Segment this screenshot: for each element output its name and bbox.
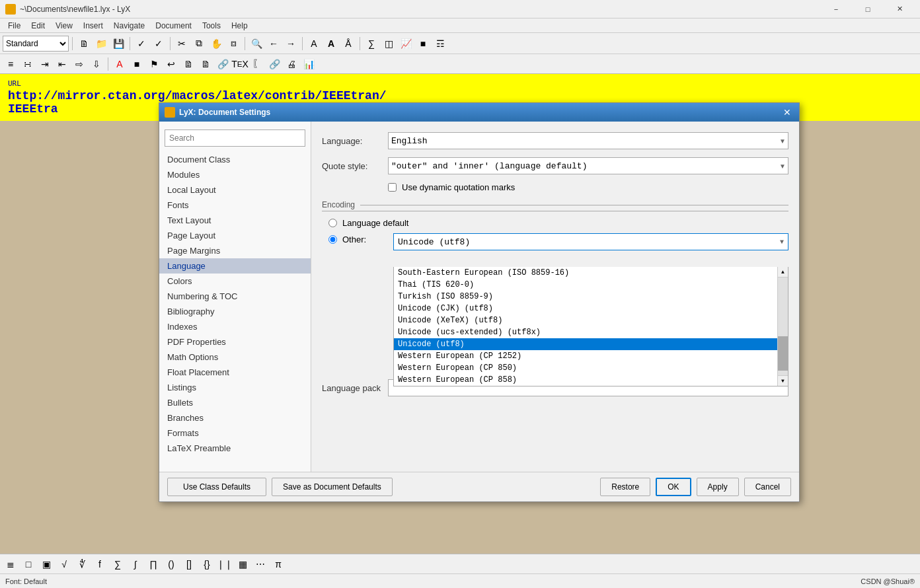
sidebar-item-listings[interactable]: Listings — [159, 380, 311, 395]
bt-dots-button[interactable]: ⋯ — [252, 556, 268, 572]
save-as-defaults-button[interactable]: Save as Document Defaults — [272, 478, 393, 496]
encoding-dropdown-header[interactable]: Unicode (utf8) ▼ — [393, 233, 788, 250]
ref-button[interactable]: ↩ — [163, 56, 179, 72]
menu-edit[interactable]: Edit — [26, 20, 50, 32]
menu-tools[interactable]: Tools — [197, 20, 226, 32]
cut-button[interactable]: ✂ — [174, 36, 190, 52]
bt-vbar-button[interactable]: ❘❘ — [217, 556, 233, 572]
restore-button[interactable]: Restore — [600, 478, 650, 496]
scrollbar-thumb[interactable] — [778, 336, 788, 371]
table-button[interactable]: ◫ — [381, 36, 397, 52]
sidebar-item-pdf-properties[interactable]: PDF Properties — [159, 334, 311, 349]
note-button[interactable]: 🗎 — [180, 56, 196, 72]
sidebar-item-bibliography[interactable]: Bibliography — [159, 304, 311, 319]
sidebar-item-colors[interactable]: Colors — [159, 274, 311, 289]
radio-other[interactable] — [328, 235, 337, 244]
bt-brace-button[interactable]: {} — [199, 556, 215, 572]
list-item-button[interactable]: ⇨ — [71, 56, 87, 72]
sidebar-item-fonts[interactable]: Fonts — [159, 198, 311, 213]
chart-button[interactable]: 📊 — [301, 56, 317, 72]
minimize-button[interactable]: − — [821, 0, 851, 18]
spell-check2-button[interactable]: ✓ — [151, 36, 167, 52]
sidebar-item-language[interactable]: Language — [159, 258, 311, 274]
label-button[interactable]: ⚑ — [146, 56, 162, 72]
graph-button[interactable]: 📈 — [398, 36, 414, 52]
encoding-option-7[interactable]: Western European (CP 1252) — [394, 350, 777, 362]
sidebar-item-numbering-toc[interactable]: Numbering & TOC — [159, 289, 311, 304]
bt-prod-button[interactable]: ∏ — [145, 556, 161, 572]
encoding-option-6[interactable]: Unicode (utf8) — [394, 338, 777, 350]
bt-box-button[interactable]: □ — [20, 556, 36, 572]
encoding-option-2[interactable]: Turkish (ISO 8859-9) — [394, 291, 777, 303]
language-select[interactable]: English — [388, 132, 788, 149]
link-button[interactable]: 🔗 — [215, 56, 231, 72]
encoding-option-3[interactable]: Unicode (CJK) (utf8) — [394, 303, 777, 314]
copy-button[interactable]: ⧉ — [191, 36, 207, 52]
menu-navigate[interactable]: Navigate — [108, 20, 150, 32]
ordered-list-button[interactable]: ∺ — [20, 56, 36, 72]
menu-insert[interactable]: Insert — [78, 20, 108, 32]
find-button[interactable]: 🔍 — [249, 36, 264, 52]
style-dropdown[interactable]: Standard — [3, 36, 69, 52]
quote-style-select[interactable]: "outer" and 'inner' (language default) — [388, 157, 788, 174]
sidebar-item-branches[interactable]: Branches — [159, 410, 311, 425]
scrollbar-down-button[interactable]: ▼ — [778, 375, 788, 386]
encoding-option-5[interactable]: Unicode (ucs-extended) (utf8x) — [394, 326, 777, 338]
sidebar-item-bullets[interactable]: Bullets — [159, 395, 311, 410]
tex-button[interactable]: TEX — [232, 56, 248, 72]
new-file-button[interactable]: 🗎 — [76, 36, 92, 52]
sidebar-item-page-margins[interactable]: Page Margins — [159, 243, 311, 258]
close-button[interactable]: ✕ — [884, 0, 915, 18]
footnote-button[interactable]: 🗎 — [198, 56, 213, 72]
list-move-button[interactable]: ⇩ — [89, 56, 104, 72]
bt-frac-button[interactable]: f — [92, 556, 108, 572]
sidebar-item-math-options[interactable]: Math Options — [159, 349, 311, 365]
extra-button[interactable]: ☶ — [432, 36, 448, 52]
encoding-option-9[interactable]: Western European (CP 858) — [394, 374, 777, 386]
menu-document[interactable]: Document — [150, 20, 197, 32]
spell-check-button[interactable]: ✓ — [134, 36, 149, 52]
sidebar-item-formats[interactable]: Formats — [159, 425, 311, 441]
paste-button[interactable]: ✋ — [208, 36, 224, 52]
sidebar-item-text-layout[interactable]: Text Layout — [159, 213, 311, 228]
font-size-button[interactable]: A — [306, 36, 322, 52]
sidebar-item-modules[interactable]: Modules — [159, 167, 311, 182]
bt-box2-button[interactable]: ▣ — [38, 556, 54, 572]
encoding-option-8[interactable]: Western European (CP 850) — [394, 362, 777, 374]
use-class-defaults-button[interactable]: Use Class Defaults — [167, 478, 266, 496]
encoding-option-1[interactable]: Thai (TIS 620-0) — [394, 279, 777, 291]
menu-help[interactable]: Help — [226, 20, 253, 32]
bt-sqrt-button[interactable]: √ — [56, 556, 72, 572]
redo-button[interactable]: → — [283, 36, 299, 52]
bt-sum-button[interactable]: ∑ — [110, 556, 126, 572]
print-button[interactable]: 🖨 — [284, 56, 299, 72]
bt-align-button[interactable]: ≣ — [3, 556, 19, 572]
math-button[interactable]: ∑ — [364, 36, 379, 52]
paste-special-button[interactable]: ⧈ — [225, 36, 241, 52]
apply-button[interactable]: Apply — [697, 478, 739, 496]
bullet-list-button[interactable]: ≡ — [3, 56, 19, 72]
cancel-button[interactable]: Cancel — [744, 478, 791, 496]
ok-button[interactable]: OK — [656, 478, 691, 496]
menu-view[interactable]: View — [50, 20, 78, 32]
bt-integral-button[interactable]: ∫ — [128, 556, 143, 572]
encoding-option-4[interactable]: Unicode (XeTeX) (utf8) — [394, 314, 777, 326]
bt-bracket-button[interactable]: [] — [181, 556, 197, 572]
outdent-button[interactable]: ⇤ — [54, 56, 70, 72]
undo-button[interactable]: ← — [266, 36, 282, 52]
sidebar-search-input[interactable] — [165, 129, 305, 147]
font-italic-button[interactable]: Å — [340, 36, 356, 52]
open-file-button[interactable]: 📁 — [93, 36, 109, 52]
menu-file[interactable]: File — [3, 20, 26, 32]
radio-language-default[interactable] — [328, 219, 337, 227]
font-bold-button[interactable]: A — [323, 36, 339, 52]
url-button[interactable]: 🔗 — [266, 56, 282, 72]
bt-pi-button[interactable]: π — [270, 556, 286, 572]
verbatim-button[interactable]: 〖 — [249, 56, 265, 72]
color-button[interactable]: A — [112, 56, 128, 72]
matrix-button[interactable]: ■ — [415, 36, 431, 52]
bt-matrix-button[interactable]: ▦ — [235, 556, 250, 572]
indent-button[interactable]: ⇥ — [37, 56, 53, 72]
table2-button[interactable]: ■ — [129, 56, 145, 72]
sidebar-item-document-class[interactable]: Document Class — [159, 152, 311, 167]
